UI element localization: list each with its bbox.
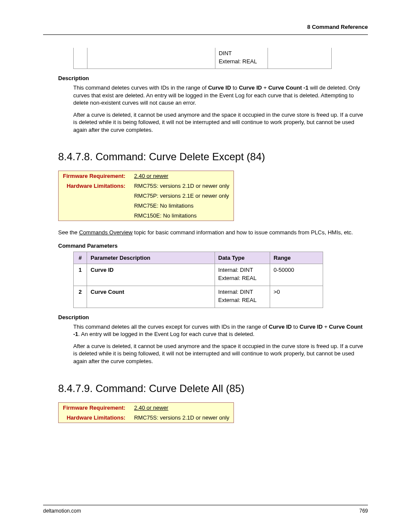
- t: topic for basic command information and …: [133, 229, 353, 236]
- commands-overview-link[interactable]: Commands Overview: [79, 229, 132, 236]
- bold: Curve ID: [269, 324, 292, 330]
- cell-num: 1: [74, 264, 87, 286]
- t: This command deletes curves with IDs in …: [73, 84, 208, 91]
- infobox-84: Firmware Requirement: 2.40 or newer Hard…: [58, 171, 234, 221]
- hw-value-3: RMC75E: No limitations: [130, 201, 234, 211]
- heading-84: 8.4.7.8. Command: Curve Delete Except (8…: [58, 151, 368, 163]
- cell-dtype: Internal: DINT External: REAL: [215, 264, 270, 286]
- description-p2: After a curve is deleted, it cannot be u…: [73, 111, 368, 134]
- fragment-table: DINT External: REAL: [73, 48, 332, 69]
- hw-value-1: RMC75S: versions 2.1D or newer only: [130, 181, 234, 191]
- frag-cell-3: DINT External: REAL: [215, 48, 268, 69]
- hw-value-4: RMC150E: No limitations: [130, 211, 234, 221]
- header-section: 8 Command Reference: [307, 24, 368, 30]
- t: . An entry will be logged in the Event L…: [78, 331, 255, 337]
- cell-range: 0-50000: [270, 264, 323, 286]
- t: +: [262, 84, 268, 91]
- frag-cell-2: [87, 48, 215, 69]
- dtype-line: External: REAL: [218, 275, 267, 281]
- desc84-p1: This command deletes all the curves exce…: [73, 323, 368, 338]
- hw-value-85-1: RMC75S: versions 2.1D or newer only: [130, 413, 234, 423]
- t: This command deletes all the curves exce…: [73, 324, 269, 330]
- fw-value-cell: 2.40 or newer: [130, 171, 234, 181]
- t: +: [323, 324, 329, 330]
- fw-label-85: Firmware Requirement:: [59, 402, 130, 413]
- bold: Curve ID: [299, 324, 322, 330]
- frag-dtype-a: DINT: [219, 50, 264, 56]
- col-dtype: Data Type: [215, 252, 270, 264]
- params-table-84: # Parameter Description Data Type Range …: [73, 252, 323, 308]
- footer-site: deltamotion.com: [43, 508, 81, 514]
- cell-dtype: Internal: DINT External: REAL: [215, 286, 270, 308]
- footer-rule: [43, 505, 368, 505]
- description-heading-2: Description: [58, 314, 368, 320]
- hw-value-2: RMC75P: versions 2.1E or newer only: [130, 191, 234, 201]
- fw-value-cell-85: 2.40 or newer: [130, 402, 234, 413]
- col-desc: Parameter Description: [87, 252, 215, 264]
- cell-range: >0: [270, 286, 323, 308]
- dtype-line: Internal: DINT: [218, 289, 267, 295]
- bold: Curve ID: [208, 84, 231, 91]
- frag-cell-1: [74, 48, 87, 69]
- desc84-p2: After a curve is deleted, it cannot be u…: [73, 342, 368, 365]
- hw-label: Hardware Limitations:: [59, 181, 130, 191]
- dtype-line: External: REAL: [218, 297, 267, 303]
- description-p1: This command deletes curves with IDs in …: [73, 84, 368, 107]
- see-paragraph: See the Commands Overview topic for basi…: [58, 229, 368, 236]
- frag-cell-4: [268, 48, 331, 69]
- cell-desc: Curve ID: [87, 264, 215, 286]
- bold: Curve ID: [239, 84, 262, 91]
- table-row: 1 Curve ID Internal: DINT External: REAL…: [74, 264, 323, 286]
- infobox-85: Firmware Requirement: 2.40 or newer Hard…: [58, 402, 234, 423]
- fw-link-85[interactable]: 2.40 or newer: [134, 404, 168, 411]
- cell-desc: Curve Count: [87, 286, 215, 308]
- bold: Curve Count -1: [268, 84, 308, 91]
- hw-label-85: Hardware Limitations:: [59, 413, 130, 423]
- heading-85: 8.4.7.9. Command: Curve Delete All (85): [58, 383, 368, 395]
- header-rule: [43, 34, 368, 35]
- footer-page: 769: [359, 508, 368, 514]
- table-row: 2 Curve Count Internal: DINT External: R…: [74, 286, 323, 308]
- dtype-line: Internal: DINT: [218, 267, 267, 273]
- fw-label: Firmware Requirement:: [59, 171, 130, 181]
- col-num: #: [74, 252, 87, 264]
- fw-link[interactable]: 2.40 or newer: [134, 173, 168, 179]
- frag-dtype-b: External: REAL: [219, 58, 264, 65]
- footer: deltamotion.com 769: [43, 505, 368, 514]
- command-parameters-heading: Command Parameters: [58, 243, 368, 249]
- cell-num: 2: [74, 286, 87, 308]
- description-heading-1: Description: [58, 75, 368, 81]
- t: to: [231, 84, 239, 91]
- t: See the: [58, 229, 79, 236]
- col-range: Range: [270, 252, 323, 264]
- t: to: [292, 324, 299, 330]
